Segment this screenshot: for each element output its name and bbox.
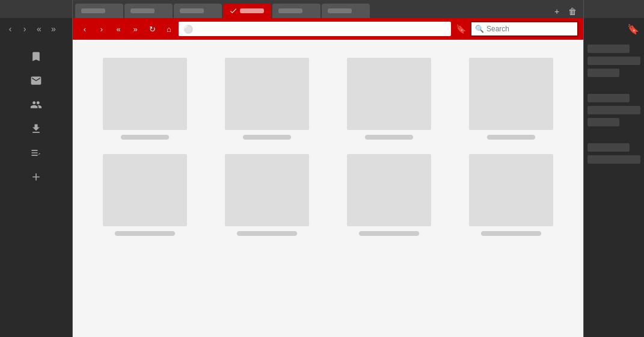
new-tab-button[interactable]: + <box>551 5 563 17</box>
sidebar-bookmark-icon[interactable] <box>25 46 47 67</box>
tab-actions: + 🗑 <box>551 5 578 17</box>
forward-button[interactable]: › <box>94 22 109 36</box>
tab-6[interactable] <box>322 4 370 18</box>
right-panel: 🔖 <box>584 0 644 337</box>
tab-5-label <box>278 8 302 13</box>
right-panel-item-8 <box>587 155 640 164</box>
label-6 <box>237 231 297 236</box>
sidebar-rewind-btn[interactable]: « <box>34 23 44 34</box>
tab-bar: + 🗑 <box>73 0 583 18</box>
nav-bar: ‹ › « » ↻ ⌂ ⚪ 🔖 🔍 <box>73 18 583 40</box>
tab-6-label <box>328 8 352 13</box>
label-5 <box>115 231 175 236</box>
reload-button[interactable]: ↻ <box>145 22 159 36</box>
tab-3[interactable] <box>174 4 222 18</box>
tab-2-label <box>130 8 155 13</box>
right-panel-item-6 <box>587 118 619 126</box>
grid-item-4[interactable] <box>458 58 565 140</box>
grid-item-2[interactable] <box>213 58 320 140</box>
globe-icon: ⚪ <box>183 25 193 34</box>
grid-item-5[interactable] <box>91 154 198 236</box>
thumbnail-8 <box>469 154 553 226</box>
right-panel-item-2 <box>587 57 640 65</box>
sidebar-nav-bar: ‹ › « » <box>0 18 72 40</box>
sidebar-download-icon[interactable] <box>25 118 47 140</box>
tab-1-label <box>81 8 105 13</box>
right-panel-item-1 <box>587 45 630 53</box>
sidebar-fastforward-btn[interactable]: » <box>48 23 59 34</box>
home-button[interactable]: ⌂ <box>162 22 176 36</box>
thumbnail-7 <box>347 154 431 226</box>
left-sidebar-top-bar <box>0 0 72 18</box>
back-button[interactable]: ‹ <box>78 22 92 36</box>
grid-item-7[interactable] <box>336 154 443 236</box>
right-panel-item-3 <box>587 69 619 77</box>
search-input[interactable] <box>486 25 565 33</box>
search-bar-wrapper: 🔍 <box>470 21 578 37</box>
sidebar-back-btn[interactable]: ‹ <box>5 23 16 34</box>
sidebar-contacts-icon[interactable] <box>25 94 47 116</box>
right-panel-list <box>584 40 644 168</box>
label-1 <box>121 135 169 140</box>
thumbnail-5 <box>103 154 187 226</box>
tab-1[interactable] <box>75 4 123 18</box>
search-magnifier-icon: 🔍 <box>475 25 484 33</box>
label-8 <box>481 231 541 236</box>
right-panel-item-7 <box>587 143 630 152</box>
left-sidebar: ‹ › « » <box>0 0 72 337</box>
sidebar-forward-btn[interactable]: › <box>19 23 30 34</box>
sidebar-notes-icon[interactable] <box>25 142 47 164</box>
rewind-button[interactable]: « <box>111 22 126 36</box>
tab-4-active[interactable] <box>223 4 271 18</box>
address-bar-container: ⚪ 🔖 <box>179 22 468 36</box>
right-bookmark-icon[interactable]: 🔖 <box>627 23 639 35</box>
label-7 <box>359 231 419 236</box>
right-panel-nav: 🔖 <box>584 18 644 40</box>
fastforward-button[interactable]: » <box>128 22 143 36</box>
grid-item-8[interactable] <box>458 154 565 236</box>
grid-item-6[interactable] <box>213 154 320 236</box>
sidebar-add-icon[interactable] <box>25 166 47 188</box>
thumbnail-1 <box>103 58 187 130</box>
thumbnail-2 <box>225 58 309 130</box>
main-browser: + 🗑 ‹ › « » ↻ ⌂ ⚪ 🔖 🔍 <box>72 0 584 337</box>
label-3 <box>365 135 413 140</box>
thumbnail-3 <box>347 58 431 130</box>
grid-container <box>91 52 565 242</box>
close-tab-button[interactable]: 🗑 <box>566 5 578 17</box>
bookmark-button[interactable]: 🔖 <box>453 22 468 36</box>
label-4 <box>487 135 535 140</box>
thumbnail-4 <box>469 58 553 130</box>
label-2 <box>243 135 291 140</box>
sidebar-mail-icon[interactable] <box>25 70 47 91</box>
right-panel-top-bar <box>584 0 644 18</box>
tab-3-label <box>180 8 204 13</box>
thumbnail-6 <box>225 154 309 226</box>
right-panel-item-4 <box>587 94 630 102</box>
grid-item-1[interactable] <box>91 58 198 140</box>
grid-item-3[interactable] <box>336 58 443 140</box>
tab-5[interactable] <box>272 4 320 18</box>
tab-2[interactable] <box>124 4 173 18</box>
right-panel-item-5 <box>587 106 640 114</box>
sidebar-icons <box>0 40 72 188</box>
tab-4-label <box>240 8 264 13</box>
right-panel-gap-1 <box>587 81 640 90</box>
address-bar[interactable]: ⚪ <box>179 22 451 36</box>
right-panel-gap-2 <box>587 130 640 140</box>
content-area <box>73 40 583 337</box>
